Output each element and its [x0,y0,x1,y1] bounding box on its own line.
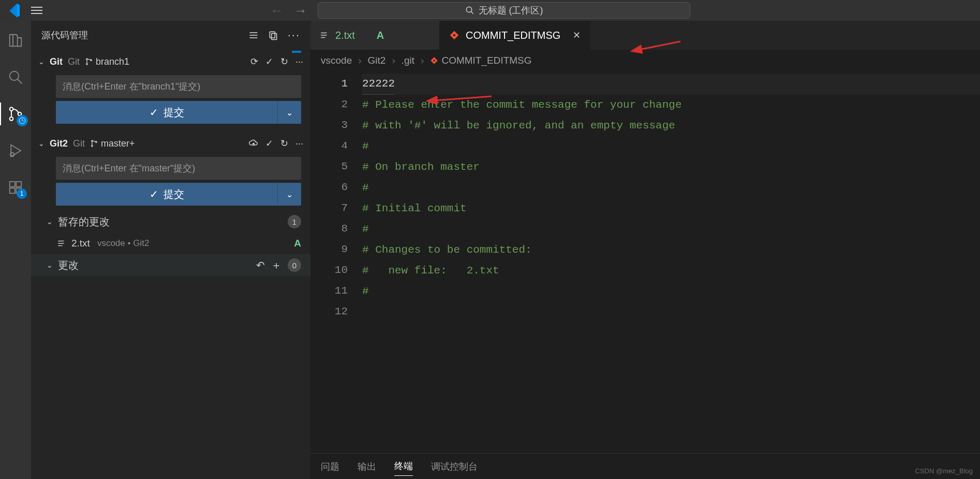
svg-point-4 [10,107,13,111]
editor-area: 2.txt A COMMIT_EDITMSG ✕ vscode› Git2› .… [310,21,980,479]
breadcrumb-item[interactable]: vscode [321,55,352,66]
chevron-down-icon: ⌄ [38,139,44,148]
watermark: CSDN @mez_Blog [915,467,973,475]
close-icon[interactable]: ✕ [573,30,581,41]
repo-header-git2[interactable]: ⌄ Git2 Git master+ ✓ ↻ ··· [31,133,310,154]
refresh-icon[interactable]: ↻ [280,138,288,149]
tab-commit-editmsg[interactable]: COMMIT_EDITMSG ✕ [440,21,590,50]
check-icon: ✓ [150,106,158,119]
branch-icon [85,57,93,66]
more-icon[interactable]: ··· [295,138,303,149]
activity-extensions[interactable]: 1 [6,178,25,197]
nav-back-icon[interactable]: ← [270,3,284,19]
svg-rect-10 [16,182,21,187]
sync-icon[interactable]: ⟳ [250,56,258,67]
editor-tabs: 2.txt A COMMIT_EDITMSG ✕ [310,21,980,50]
repo-label: Git [73,138,85,149]
svg-point-21 [92,140,93,142]
command-center-search[interactable]: 无标题 (工作区) [318,2,690,19]
commit-dropdown[interactable]: ⌄ [277,183,301,206]
hamburger-menu-icon[interactable] [31,7,42,14]
branch-indicator[interactable]: master+ [90,138,135,149]
commit-dropdown[interactable]: ⌄ [277,101,301,124]
check-icon[interactable]: ✓ [265,138,273,149]
sidebar-title: 源代码管理 [41,29,88,41]
refresh-icon[interactable]: ↻ [280,56,288,67]
svg-rect-9 [10,182,15,187]
panel-tab-debug-console[interactable]: 调试控制台 [431,457,478,476]
svg-point-0 [466,7,472,12]
breadcrumb-item[interactable]: .git [402,55,414,66]
svg-point-19 [86,63,88,65]
branch-icon [90,139,98,148]
file-icon [320,31,329,40]
repo-section-git: ⌄ Git Git branch1 ⟳ ✓ ↻ ··· 消息(Ctrl+Ente… [31,49,310,131]
breadcrumb-item[interactable]: COMMIT_EDITMSG [441,55,531,66]
branch-name: branch1 [96,56,129,67]
commit-message-input[interactable]: 消息(Ctrl+Enter 在"branch1"提交) [56,75,301,98]
git-commit-icon [430,56,438,65]
svg-rect-16 [270,32,275,38]
editor-content[interactable]: 123456789101112 22222# Please enter the … [310,71,980,479]
nav-forward-icon[interactable]: → [294,3,307,19]
file-name: 2.txt [71,238,90,249]
repo-label: Git [68,56,80,67]
staged-file-row[interactable]: 2.txt vscode • Git2 A [31,233,310,254]
commit-placeholder: 消息(Ctrl+Enter 在"branch1"提交) [63,80,200,93]
branch-indicator[interactable]: branch1 [85,56,129,67]
breadcrumb-item[interactable]: Git2 [368,55,386,66]
check-icon: ✓ [150,188,158,200]
staged-count-badge: 1 [288,215,301,228]
titlebar: ← → 无标题 (工作区) [0,0,980,21]
repo-header-git[interactable]: ⌄ Git Git branch1 ⟳ ✓ ↻ ··· [31,51,310,72]
branch-name: master+ [101,138,135,149]
view-as-tree-icon[interactable] [248,30,259,40]
repo-name: Git2 [50,138,68,149]
changes-label: 更改 [58,258,79,272]
tab-2txt[interactable]: 2.txt A [310,21,440,50]
svg-point-31 [434,60,435,61]
commit-icon[interactable] [268,30,278,40]
svg-point-5 [10,117,13,121]
panel-tab-terminal[interactable]: 终端 [394,457,413,476]
activity-bar: 1 [0,21,31,479]
code-lines[interactable]: 22222# Please enter the commit message f… [362,74,980,479]
breadcrumb[interactable]: vscode› Git2› .git› COMMIT_EDITMSG [310,50,980,71]
more-icon[interactable]: ··· [295,56,303,67]
commit-message-input[interactable]: 消息(Ctrl+Enter 在"master"提交) [56,157,301,180]
svg-point-2 [10,71,19,81]
staged-changes-header[interactable]: ⌄ 暂存的更改 1 [31,211,310,233]
file-status: A [294,238,301,249]
svg-point-22 [92,145,93,147]
check-icon[interactable]: ✓ [265,56,273,67]
vscode-logo-icon [5,3,21,18]
commit-button[interactable]: ✓ 提交 [56,101,277,124]
chevron-down-icon: ⌄ [286,108,293,118]
stage-all-icon[interactable]: ＋ [271,258,281,272]
panel-tab-output[interactable]: 输出 [358,457,376,476]
svg-point-30 [453,34,455,36]
more-actions-icon[interactable]: ··· [288,28,300,42]
scm-pending-badge-icon [17,115,28,126]
tab-status: A [377,30,384,41]
chevron-down-icon: ⌄ [47,261,53,269]
svg-line-1 [471,11,473,14]
panel-tabs: 问题 输出 终端 调试控制台 [310,453,980,479]
search-icon [465,6,474,15]
panel-tab-problems[interactable]: 问题 [321,457,339,476]
activity-run-debug[interactable] [6,141,25,160]
changes-header[interactable]: ⌄ 更改 ↶ ＋ 0 [31,254,310,276]
activity-source-control[interactable] [6,105,25,123]
svg-rect-17 [271,33,276,39]
file-icon [57,239,66,248]
extensions-badge: 1 [17,188,27,199]
activity-explorer[interactable] [6,31,25,50]
publish-icon[interactable] [249,139,258,148]
tab-filename: COMMIT_EDITMSG [466,30,560,41]
git-commit-icon [449,30,459,40]
discard-icon[interactable]: ↶ [256,259,265,271]
chevron-down-icon: ⌄ [38,57,44,66]
tab-filename: 2.txt [335,30,355,41]
commit-button[interactable]: ✓ 提交 [56,183,277,206]
activity-search[interactable] [6,68,25,86]
